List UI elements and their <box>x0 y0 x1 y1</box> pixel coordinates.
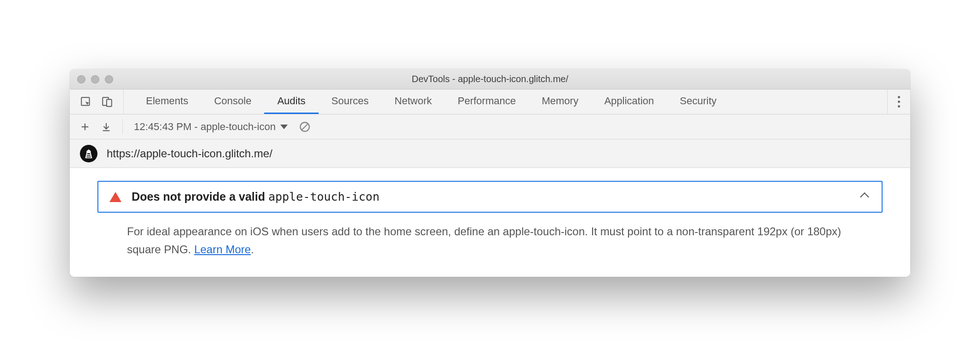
tab-label: Network <box>394 95 432 107</box>
svg-rect-2 <box>107 99 112 106</box>
minimize-button[interactable] <box>91 75 99 84</box>
clear-icon[interactable] <box>299 121 311 133</box>
tab-sources[interactable]: Sources <box>319 89 382 114</box>
tab-console[interactable]: Console <box>201 89 265 114</box>
tab-label: Elements <box>146 95 188 107</box>
tab-application[interactable]: Application <box>591 89 667 114</box>
lighthouse-icon <box>80 145 97 162</box>
audit-title: Does not provide a valid apple-touch-ico… <box>132 190 851 203</box>
traffic-lights <box>70 75 113 84</box>
audit-title-text: Does not provide a valid <box>132 190 268 203</box>
tabstrip-trailing <box>887 89 910 114</box>
devtools-window: DevTools - apple-touch-icon.glitch.me/ E… <box>70 69 910 277</box>
fail-triangle-icon <box>109 192 121 202</box>
divider <box>122 119 123 134</box>
close-button[interactable] <box>77 75 85 84</box>
tab-label: Memory <box>542 95 578 107</box>
titlebar: DevTools - apple-touch-icon.glitch.me/ <box>70 69 910 89</box>
tab-label: Sources <box>332 95 369 107</box>
tab-label: Console <box>214 95 252 107</box>
zoom-button[interactable] <box>105 75 113 84</box>
tab-label: Security <box>680 95 716 107</box>
audit-content: Does not provide a valid apple-touch-ico… <box>70 168 910 277</box>
audits-toolbar: 12:45:43 PM - apple-touch-icon <box>70 114 910 139</box>
download-icon[interactable] <box>101 122 111 132</box>
svg-rect-0 <box>81 97 89 105</box>
chevron-up-icon <box>860 192 869 202</box>
window-title: DevTools - apple-touch-icon.glitch.me/ <box>70 74 910 84</box>
tabstrip: Elements Console Audits Sources Network … <box>70 89 910 114</box>
new-audit-button[interactable] <box>80 122 90 132</box>
tabs: Elements Console Audits Sources Network … <box>124 89 887 114</box>
audit-url-row: https://apple-touch-icon.glitch.me/ <box>70 139 910 168</box>
audit-description-period: . <box>251 243 254 256</box>
chevron-down-icon <box>280 125 288 129</box>
tab-label: Performance <box>458 95 516 107</box>
run-label: 12:45:43 PM - apple-touch-icon <box>134 121 276 133</box>
tab-security[interactable]: Security <box>667 89 729 114</box>
learn-more-link[interactable]: Learn More <box>194 243 251 256</box>
audit-item[interactable]: Does not provide a valid apple-touch-ico… <box>97 181 883 213</box>
device-toggle-icon[interactable] <box>101 96 113 108</box>
tab-network[interactable]: Network <box>381 89 445 114</box>
audit-url: https://apple-touch-icon.glitch.me/ <box>107 147 272 160</box>
more-icon[interactable] <box>898 96 900 107</box>
tabstrip-leading <box>70 89 124 114</box>
run-selector[interactable]: 12:45:43 PM - apple-touch-icon <box>134 121 288 133</box>
inspect-icon[interactable] <box>80 96 92 108</box>
audit-description: For ideal appearance on iOS when users a… <box>97 213 883 258</box>
audit-title-code: apple-touch-icon <box>268 190 380 203</box>
tab-elements[interactable]: Elements <box>133 89 201 114</box>
tab-performance[interactable]: Performance <box>445 89 529 114</box>
tab-audits[interactable]: Audits <box>264 89 318 114</box>
tab-memory[interactable]: Memory <box>529 89 591 114</box>
tab-label: Application <box>604 95 654 107</box>
tab-label: Audits <box>277 95 305 107</box>
